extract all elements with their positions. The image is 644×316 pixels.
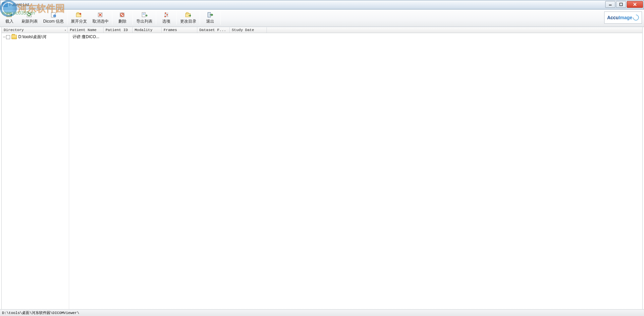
col-study-date[interactable]: Study Date — [230, 27, 267, 33]
delete-label: 删除 — [118, 19, 127, 24]
options-label: 选项 — [162, 19, 170, 24]
toolbar: 载入 刷新列表 i Dicom 信息 展开分支 取消选中 删除 — [0, 9, 644, 27]
col-directory[interactable]: Directory ▾ — [2, 27, 68, 33]
import-icon — [6, 12, 13, 18]
list-row[interactable]: 讦硑 瘇DICO... — [71, 34, 641, 40]
maximize-button[interactable] — [616, 1, 626, 8]
minimize-icon — [609, 3, 612, 6]
change-directory-button[interactable]: 更改目录 — [177, 9, 199, 27]
col-patient-name-label: Patient Name — [70, 28, 96, 32]
delete-icon — [119, 12, 126, 18]
window-controls — [605, 1, 643, 8]
folder-icon — [11, 35, 17, 39]
dicom-info-button[interactable]: i Dicom 信息 — [40, 9, 66, 27]
toolbar-separator — [200, 11, 200, 25]
col-patient-id-label: Patient ID — [106, 28, 128, 32]
options-icon — [163, 12, 170, 18]
col-patient-name[interactable]: Patient Name — [68, 27, 104, 33]
change-dir-label: 更改目录 — [180, 19, 196, 24]
change-dir-icon — [185, 12, 192, 18]
content-panes: ─ D:\tools\桌面\河 讦硑 瘇DICO... — [1, 33, 643, 316]
brand-name-part1: Accu — [607, 15, 619, 20]
tree-checkbox[interactable] — [6, 35, 10, 39]
minimize-button[interactable] — [605, 1, 615, 8]
col-frames-label: Frames — [164, 28, 177, 32]
deselect-button[interactable]: 取消选中 — [90, 9, 111, 27]
col-frames[interactable]: Frames — [162, 27, 197, 33]
exit-label: 退出 — [206, 19, 214, 24]
refresh-icon — [26, 12, 33, 18]
tree-item[interactable]: ─ D:\tools\桌面\河 — [2, 34, 69, 40]
deselect-label: 取消选中 — [92, 19, 109, 24]
col-modality-label: Modality — [135, 28, 152, 32]
svg-rect-23 — [165, 12, 166, 14]
refresh-list-button[interactable]: 刷新列表 — [19, 9, 40, 27]
close-icon — [633, 3, 637, 6]
expand-branch-button[interactable]: 展开分支 — [68, 9, 90, 27]
toolbar-separator — [156, 11, 156, 25]
options-button[interactable]: 选项 — [157, 9, 176, 27]
expand-icon — [76, 12, 82, 18]
toolbar-separator — [112, 11, 112, 25]
info-icon: i — [50, 12, 57, 18]
col-spacer — [267, 27, 642, 33]
status-path: D:\tools\桌面\河东软件园\DICOMViewer\ — [2, 310, 79, 315]
tree-connector-icon: ─ — [3, 35, 5, 40]
close-button[interactable] — [627, 1, 643, 8]
directory-tree-pane[interactable]: ─ D:\tools\桌面\河 — [2, 33, 69, 316]
maximize-icon — [619, 3, 623, 6]
window-title: Patient List — [9, 2, 29, 7]
titlebar: Patient List — [0, 0, 644, 9]
cell-patient-name: 讦硑 瘇DICO... — [71, 34, 106, 40]
brand-swirl-icon — [632, 13, 640, 22]
col-dataset-f-label: Dataset F... — [199, 28, 226, 32]
toolbar-separator — [67, 11, 67, 25]
data-list-pane[interactable]: 讦硑 瘇DICO... — [69, 33, 642, 316]
import-label: 载入 — [5, 19, 13, 24]
exit-button[interactable]: 退出 — [201, 9, 220, 27]
dicom-info-label: Dicom 信息 — [43, 19, 64, 24]
sort-indicator-icon: ▾ — [64, 29, 66, 32]
refresh-label: 刷新列表 — [22, 19, 38, 24]
delete-button[interactable]: 删除 — [113, 9, 132, 27]
svg-rect-25 — [165, 16, 166, 17]
export-icon — [141, 12, 148, 18]
deselect-icon — [97, 12, 104, 18]
col-dataset-f[interactable]: Dataset F... — [197, 27, 230, 33]
tree-item-label: D:\tools\桌面\河 — [18, 34, 46, 40]
brand-logo: AccuImage — [604, 11, 642, 24]
export-list-button[interactable]: 导出列表 — [134, 9, 155, 27]
svg-rect-27 — [186, 12, 188, 14]
toolbar-separator — [220, 11, 221, 25]
svg-rect-1 — [620, 3, 622, 6]
import-button[interactable]: 载入 — [0, 9, 19, 27]
col-modality[interactable]: Modality — [133, 27, 162, 33]
app-icon — [2, 2, 8, 7]
col-study-date-label: Study Date — [232, 28, 254, 32]
export-label: 导出列表 — [136, 19, 152, 24]
brand-name-part2: Image — [619, 15, 632, 20]
toolbar-separator — [133, 11, 133, 25]
svg-rect-24 — [167, 14, 168, 16]
column-headers: Directory ▾ Patient Name Patient ID Moda… — [1, 27, 643, 33]
exit-icon — [207, 12, 214, 18]
expand-label: 展开分支 — [71, 19, 87, 24]
statusbar: D:\tools\桌面\河东软件园\DICOMViewer\ — [0, 309, 644, 316]
toolbar-separator — [176, 11, 177, 25]
col-patient-id[interactable]: Patient ID — [104, 27, 133, 33]
svg-rect-10 — [77, 12, 79, 14]
col-directory-label: Directory — [4, 28, 24, 32]
